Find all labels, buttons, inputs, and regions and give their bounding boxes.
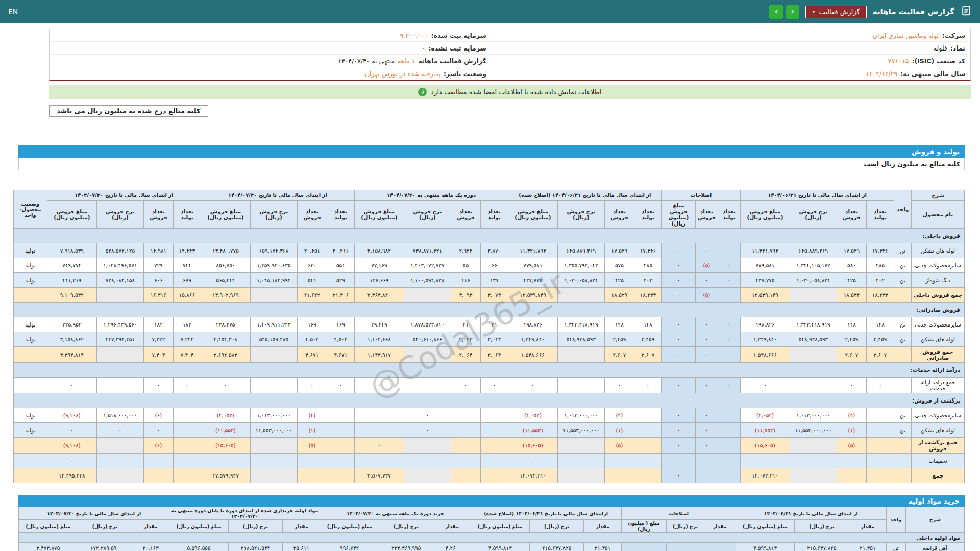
value-cell [634, 408, 662, 423]
info-row: سال مالی منتهی به:۱۴۰۴/۱۲/۲۹وضعیت ناشر:پ… [50, 67, 970, 80]
value-cell: ۲۳۵,۹۵۲ [47, 317, 96, 332]
value-cell: ۱۹۸,۸۲۶ [740, 317, 790, 332]
status-cell: تولید [13, 243, 47, 258]
value-cell: ۰ [662, 332, 695, 347]
unit-cell [894, 438, 912, 454]
value-cell [718, 454, 740, 468]
status-cell: تولید [13, 258, 47, 273]
value-cell: ۱,۳۴۳,۴۱۸,۹۱۹ [557, 317, 604, 332]
value-cell: ۴۳۷,۷۷۵ [740, 273, 790, 288]
value-cell: ۲,۴۵۹ [604, 332, 634, 347]
value-cell: ۱,۴۰۳,۰۷۲,۷۲۷ [404, 258, 451, 273]
table-row: لوله های نشکنتن۱۷,۳۴۶۱۷,۵۲۹۶۴۵,۸۸۹,۲۶۹۱۱… [13, 243, 964, 258]
value-cell [404, 468, 451, 483]
value-cell [695, 454, 718, 468]
value-cell [250, 468, 297, 483]
table-row: لوله های نشکنتن(۱)۱۱,۵۵۳,۰۰۰,۰۰۰(۱۱,۵۵۳)… [13, 423, 964, 438]
value-cell [173, 423, 201, 438]
value-cell: (۹,۱۰۸) [47, 438, 96, 454]
value-cell: ۴۰۲ [634, 273, 662, 288]
lang-toggle[interactable]: EN [8, 8, 18, 16]
value-cell: ۱,۱۴۳,۹۱۷ [354, 347, 404, 363]
nav-forward-button[interactable]: › [786, 5, 799, 19]
column-header: از ابتدای سال مالی تا تاریخ ۱۴۰۳/۰۷/۳۰ [19, 507, 169, 520]
value-cell [718, 468, 740, 483]
value-cell: ۱,۰۱۳,۰۰۰,۰۰۰ [557, 408, 604, 423]
value-cell: ۵۷۵ [604, 258, 634, 273]
column-header: ازابتدای سال مالی تا تاریخ ۱۴۰۴/۰۶/۳۱ (ا… [471, 507, 621, 520]
report-type-dropdown[interactable]: گزارش فعالیت ▾ [805, 6, 866, 18]
value-cell: (۱) [604, 423, 634, 438]
value-cell: ۱۲۷,۶۶۹ [354, 273, 404, 288]
value-cell: ۴,۵۹۹,۸۱۳ [736, 543, 794, 551]
value-cell: ۶۴۵,۸۸۹,۲۶۹ [790, 243, 837, 258]
value-cell: ۶۰۶ [143, 273, 173, 288]
value-cell: ۱۲,۵۳۹,۱۴۹ [740, 288, 790, 303]
value-cell: ۲۰,۲۱۶ [327, 243, 354, 258]
value-cell: ۱۹۸,۸۲۶ [508, 317, 557, 332]
value-cell [354, 423, 404, 438]
value-cell [404, 454, 451, 468]
value-cell: ۰ [695, 243, 718, 258]
column-header: نرخ فروش (ریال) [96, 201, 143, 229]
value-cell: ۷۲۹ [143, 258, 173, 273]
value-cell: ۱۸,۵۳۴ [837, 288, 867, 303]
value-cell: ۱۸,۲۳۳ [634, 288, 662, 303]
unit-cell [894, 454, 912, 468]
value-cell: ۱,۰۱۳,۰۰۰,۰۰۰ [250, 408, 297, 423]
value-cell: (۹,۱۰۸) [47, 408, 96, 423]
table-subtitle-row: کلیه مبالغ به میلیون ریال است [18, 158, 965, 170]
value-cell [634, 423, 662, 438]
info-row: کد صنعت (ISIC):۲۷۱۰۱۵گزارش فعالیت ماهانه… [50, 55, 970, 67]
column-header: تعداد فروش [297, 201, 327, 229]
column-header: از ابتدای سال مالی تا تاریخ ۱۴۰۳/۰۷/۳۰ [47, 190, 201, 201]
value-cell: ۱۲,۵۳۹,۱۴۹ [508, 288, 557, 303]
value-cell [354, 408, 404, 423]
value-cell: ۲,۰۶۴ [480, 347, 508, 363]
value-cell: ۰ [718, 317, 740, 332]
value-cell: ۰ [173, 378, 201, 393]
product-name-cell: لوله های نشکن [912, 243, 965, 258]
value-cell: (۴) [837, 408, 867, 423]
column-header: شرح [905, 507, 964, 533]
value-cell: ۰ [508, 378, 557, 393]
value-cell [480, 408, 508, 423]
value-cell: ۱۴۸ [867, 317, 894, 332]
status-cell [13, 347, 47, 363]
value-cell: ۱۴,۰۷۲,۲۱۰ [740, 468, 790, 483]
value-cell: ۱۸,۲۳۳ [867, 288, 894, 303]
value-cell: ۲۳۸,۲۷۵ [201, 317, 250, 332]
value-cell: ۲۱ [451, 317, 480, 332]
column-header: از ابتدای سال مالی تا تاریخ ۱۴۰۴/۰۶/۳۱ (… [508, 190, 662, 201]
value-cell [96, 454, 143, 468]
value-cell: ۰ [740, 454, 790, 468]
raw-materials-table: شرحواحداز ابتدای سال مالی تا تاریخ ۱۴۰۴/… [18, 507, 965, 551]
value-cell: ۵۲۹ [327, 273, 354, 288]
column-header: مقدار [433, 520, 471, 533]
value-cell: ۴,۵۰۲ [327, 332, 354, 347]
value-cell: ۶۷۹ [173, 273, 201, 288]
value-cell: (۴) [604, 408, 634, 423]
value-cell: ۷۲۸,۰۸۴,۱۵۸ [96, 273, 143, 288]
value-cell: ۷,۴۰۴ [143, 347, 173, 363]
product-name-cell: جمع درآمد ارائه خدمات [912, 378, 965, 393]
table-row: برگشت از فروش: [13, 393, 964, 408]
value-cell: ۲,۶۰۷ [604, 347, 634, 363]
value-cell: ۱,۳۵۹,۹۲۰,۶۳۵ [250, 258, 297, 273]
info-label: سرمایه ثبت نشده: [428, 44, 486, 52]
value-cell [201, 454, 250, 468]
value-cell: ۲۱۸,۵۲۱,۵۳۴ [228, 543, 283, 551]
value-cell: ۱۴۸ [604, 317, 634, 332]
column-header: مواد اولیه خریداری شده از ابتدای دوره تا… [169, 507, 320, 520]
value-cell: ۰ [704, 543, 736, 551]
column-header: مبلغ ( میلیون ریال) [621, 520, 667, 533]
value-cell: (۴) [297, 408, 327, 423]
column-header: مبلغ فروش (میلیون ریال) [201, 201, 250, 229]
value-cell: ۷۷۹,۵۸۱ [508, 258, 557, 273]
nav-back-button[interactable]: ‹ [769, 5, 783, 19]
table-row: سایرمحصولات چدنیتن۴۸۵۵۸۰۱,۳۴۴,۱۰۵,۱۷۲۷۷۹… [13, 258, 964, 273]
table-row: فروش داخلی: [13, 229, 964, 243]
value-cell: ۰ [143, 423, 173, 438]
info-label: نماد: [950, 44, 965, 52]
value-cell: ۱,۵۴۸,۶۶۶ [740, 347, 790, 363]
